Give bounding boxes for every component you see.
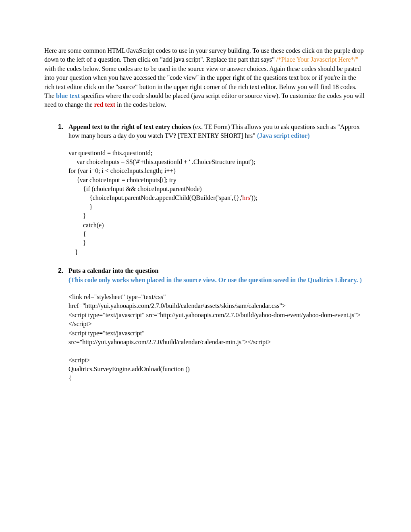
code2-l4: <script type="text/javascript" [68, 330, 145, 337]
placeholder-code: /*Place Your Javascript Here*/" [276, 56, 359, 63]
code2-l9: { [68, 375, 72, 382]
intro-text-3: specifies where the code should be place… [44, 92, 365, 108]
code1-l8: } [68, 212, 86, 219]
item-2-number: 2. [58, 266, 68, 275]
code2-l2: href="http://yui.yahooapis.com/2.7.0/bui… [68, 302, 286, 309]
code1-l10: { [68, 231, 86, 237]
code1-l6b: ')); [250, 194, 257, 201]
item-1-title: Append text to the right of text entry c… [68, 123, 191, 130]
code1-l7: } [68, 204, 93, 210]
code2-l1: <link rel="stylesheet" type="text/css" [68, 293, 166, 300]
item-2-location: (This code only works when placed in the… [68, 276, 362, 283]
code2-l3: <script type="text/javascript" src="http… [68, 312, 361, 327]
code1-l5: {if (choiceInput && choiceInput.parentNo… [68, 185, 202, 192]
code1-l2: var choiceInputs = $$('#'+this.questionI… [68, 158, 255, 165]
code1-l6-red: hrs [242, 194, 250, 201]
intro-text-4: in the codes below. [115, 101, 166, 108]
item-1-location: (Java script editor) [257, 132, 310, 139]
code1-l6a: {choiceInput.parentNode.appendChild(QBui… [68, 194, 242, 201]
code2-l5: src="http://yui.yahooapis.com/2.7.0/buil… [68, 339, 271, 345]
code-block-2: <link rel="stylesheet" type="text/css" h… [68, 293, 367, 383]
code2-l8: Qualtrics.SurveyEngine.addOnload(functio… [68, 366, 190, 372]
code1-l4: {var choiceInput = choiceInputs[i]; try [68, 177, 176, 183]
blue-text-label: blue text [56, 92, 80, 99]
code1-l3: for (var i=0; i < choiceInputs.length; i… [68, 167, 176, 174]
list-item-1: 1.Append text to the right of text entry… [68, 123, 367, 141]
code-block-1: var questionId = this.questionId; var ch… [68, 149, 367, 257]
item-2-title: Puts a calendar into the question [68, 267, 158, 274]
list-item-2: 2.Puts a calendar into the question (Thi… [68, 266, 367, 285]
intro-paragraph: Here are some common HTML/JavaScript cod… [44, 46, 367, 110]
code1-l12: } [68, 249, 78, 256]
code1-l11: } [68, 239, 86, 246]
red-text-label: red text [94, 101, 116, 108]
code1-l9: catch(e) [68, 222, 104, 229]
code1-l1: var questionId = this.questionId; [68, 150, 152, 156]
code2-l7: <script> [68, 357, 90, 364]
item-1-number: 1. [58, 123, 68, 131]
